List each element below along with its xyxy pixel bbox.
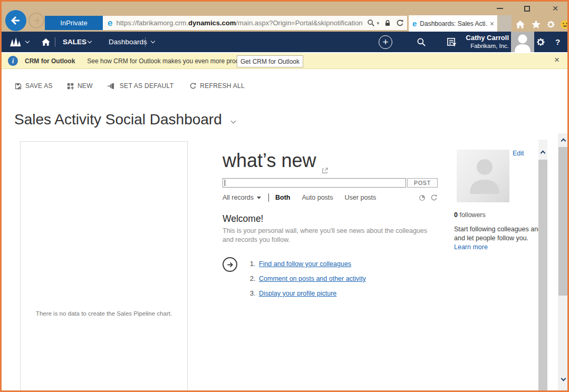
set-as-default-button[interactable]: SET AS DEFAULT	[108, 82, 173, 90]
whats-new-header: what’s new	[223, 150, 329, 179]
notification-title: CRM for Outlook	[25, 57, 75, 65]
back-arrow-icon	[10, 15, 22, 26]
user-menu[interactable]: Cathy Carroll Fabrikam, Inc.	[464, 32, 509, 52]
profile-picture-link[interactable]: Display your profile picture	[259, 290, 336, 297]
notification-close-icon[interactable]: ×	[554, 55, 560, 65]
save-as-button[interactable]: SAVE AS	[14, 82, 53, 90]
edit-profile-link[interactable]: Edit	[513, 150, 524, 157]
scroll-up-icon[interactable]	[541, 151, 546, 156]
new-tab-button[interactable]	[498, 15, 512, 32]
get-crm-outlook-button[interactable]: Get CRM for Outlook	[237, 55, 303, 67]
post-composer: POST	[223, 178, 438, 188]
inprivate-badge: InPrivate	[45, 16, 103, 30]
tab-both[interactable]: Both	[275, 194, 290, 201]
nav-chevron-down-icon[interactable]	[26, 32, 29, 52]
nav-dashboards[interactable]: Dashboards	[109, 32, 147, 52]
dashboard-scrollbar[interactable]	[538, 140, 547, 392]
crm-outlook-notification: i CRM for Outlook See how CRM for Outloo…	[2, 53, 567, 69]
sales-pipeline-panel: There is no data to create the Sales Pip…	[20, 141, 188, 392]
sales-chevron-down-icon[interactable]	[88, 32, 91, 52]
crm-settings-gear-icon[interactable]	[535, 32, 546, 52]
scrollbar-thumb[interactable]	[538, 160, 547, 392]
pushpin-icon	[108, 83, 117, 90]
tab-favicon-icon: e	[412, 19, 417, 28]
comment-posts-link[interactable]: Comment on posts and other activity	[259, 275, 366, 282]
help-button[interactable]: ?	[555, 32, 560, 52]
command-bar: SAVE AS NEW SET AS DEFAULT REFRESH ALL	[2, 78, 567, 94]
minimize-icon	[497, 8, 503, 9]
refresh-all-button[interactable]: REFRESH ALL	[189, 82, 245, 90]
user-name: Cathy Carroll	[466, 34, 509, 42]
nav-sales[interactable]: SALES	[63, 32, 86, 52]
home-page-icon[interactable]	[514, 18, 526, 30]
wall-filter-row: All records Both Auto posts User posts	[223, 193, 438, 202]
browser-window: × InPrivate e https://fabrikamorg.crm.dy…	[0, 0, 569, 392]
nav-divider	[55, 32, 55, 52]
browser-scrollbar[interactable]	[558, 133, 569, 392]
browser-titlebar[interactable]: ×	[2, 2, 567, 14]
dashboard-title-row: Sales Activity Social Dashboard	[14, 111, 235, 128]
close-window-button[interactable]: ×	[550, 4, 561, 13]
feedback-smiley-icon[interactable]	[559, 18, 569, 30]
chart-pie-icon[interactable]	[419, 194, 426, 201]
scrollbar-thumb[interactable]	[558, 147, 568, 296]
dashboard-selector-chevron-icon[interactable]	[230, 118, 236, 123]
minimize-button[interactable]	[495, 4, 505, 13]
getting-started-steps: 1. Find and follow your colleagues 2. Co…	[250, 260, 366, 305]
nav-divider	[145, 32, 146, 52]
browser-settings-gear-icon[interactable]	[545, 18, 556, 30]
tab-close-icon[interactable]: ×	[490, 19, 494, 28]
user-avatar[interactable]	[511, 32, 534, 52]
tab-title: Dashboards: Sales Acti...	[420, 20, 487, 27]
step-item: 1. Find and follow your colleagues	[250, 260, 366, 268]
followers-count: 0 followers	[454, 211, 486, 219]
user-organization: Fabrikam, Inc.	[466, 42, 509, 50]
forward-button[interactable]	[28, 13, 44, 28]
global-search-icon[interactable]	[417, 32, 426, 52]
post-button[interactable]: POST	[407, 178, 438, 188]
welcome-heading: Welcome!	[223, 213, 263, 224]
find-colleagues-link[interactable]: Find and follow your colleagues	[259, 260, 351, 268]
browser-tab[interactable]: e Dashboards: Sales Acti... ×	[409, 15, 497, 32]
step-item: 2. Comment on posts and other activity	[250, 275, 366, 282]
filter-caret-icon[interactable]	[257, 197, 261, 199]
tab-auto-posts[interactable]: Auto posts	[302, 194, 333, 201]
create-record-button[interactable]: +	[379, 32, 392, 52]
refresh-page-icon[interactable]	[396, 19, 404, 27]
address-search-icon[interactable]	[367, 19, 375, 27]
back-button[interactable]	[5, 10, 26, 31]
scroll-up-icon[interactable]	[561, 139, 566, 144]
scroll-down-icon[interactable]	[561, 376, 566, 381]
new-button[interactable]: NEW	[66, 82, 93, 90]
security-lock-icon[interactable]	[384, 19, 391, 27]
info-icon: i	[8, 56, 18, 66]
address-bar[interactable]: e https://fabrikamorg.crm.dynamics.com/m…	[103, 16, 407, 30]
save-as-icon	[14, 82, 22, 90]
text-cursor	[225, 180, 225, 186]
person-silhouette-icon	[457, 150, 509, 202]
notification-message: See how CRM for Outlook makes you even m…	[87, 57, 257, 65]
url-text: https://fabrikamorg.crm.dynamics.com/mai…	[116, 19, 362, 27]
learn-more-link[interactable]: Learn more	[454, 243, 488, 251]
page-title: Sales Activity Social Dashboard	[14, 111, 222, 128]
profile-avatar[interactable]	[457, 150, 509, 202]
step-item: 3. Display your profile picture	[250, 290, 366, 297]
dashboards-chevron-down-icon[interactable]	[151, 32, 155, 52]
post-input[interactable]	[223, 178, 406, 188]
maximize-button[interactable]	[522, 4, 532, 13]
tab-user-posts[interactable]: User posts	[345, 194, 377, 201]
favorites-star-icon[interactable]	[530, 18, 542, 30]
new-icon	[66, 82, 74, 90]
search-options-caret[interactable]: ▾	[377, 21, 379, 26]
popout-icon[interactable]	[321, 157, 329, 179]
crm-home-icon[interactable]	[41, 32, 51, 52]
filter-divider	[268, 193, 269, 202]
welcome-paragraph: This is your personal wall, where you'll…	[223, 227, 439, 244]
arrow-circle-icon	[223, 257, 237, 272]
record-filter-dropdown[interactable]: All records	[223, 194, 254, 201]
maximize-icon	[524, 6, 530, 12]
crm-top-nav: SALES Dashboards + Cathy Carroll Fabrika…	[2, 32, 567, 52]
wall-refresh-icon[interactable]	[430, 194, 438, 201]
recently-viewed-icon[interactable]	[446, 32, 457, 52]
dynamics-logo-icon[interactable]	[9, 32, 23, 52]
